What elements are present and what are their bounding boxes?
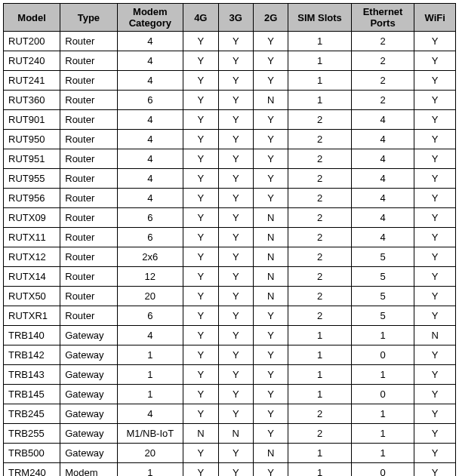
cell-model: RUTX11 xyxy=(4,228,60,247)
cell-3g: Y xyxy=(218,326,253,345)
col-header-ethernet-ports: EthernetPorts xyxy=(351,4,414,32)
cell-3g: Y xyxy=(218,365,253,385)
cell-model: RUT240 xyxy=(4,51,60,71)
cell-modem-category: 4 xyxy=(117,326,183,345)
cell-type: Router xyxy=(60,208,117,228)
cell-ethernet-ports: 0 xyxy=(351,345,414,365)
cell-ethernet-ports: 5 xyxy=(351,267,414,287)
cell-sim-slots: 2 xyxy=(288,306,352,326)
table-row: TRB140Gateway4YYY11N xyxy=(4,326,456,345)
cell-2g: Y xyxy=(253,149,288,169)
cell-4g: Y xyxy=(183,404,218,424)
cell-modem-category: 4 xyxy=(117,130,183,149)
cell-wifi: Y xyxy=(414,189,456,208)
cell-sim-slots: 2 xyxy=(288,228,352,247)
cell-3g: Y xyxy=(218,228,253,247)
table-row: RUTX50Router20YYN25Y xyxy=(4,287,456,306)
table-row: RUT950Router4YYY24Y xyxy=(4,130,456,149)
table-row: RUT955Router4YYY24Y xyxy=(4,169,456,189)
cell-3g: Y xyxy=(218,345,253,365)
cell-sim-slots: 2 xyxy=(288,130,352,149)
cell-3g: Y xyxy=(218,169,253,189)
cell-type: Router xyxy=(60,91,117,110)
table-body: RUT200Router4YYY12YRUT240Router4YYY12YRU… xyxy=(4,32,456,477)
cell-ethernet-ports: 5 xyxy=(351,247,414,267)
cell-ethernet-ports: 2 xyxy=(351,32,414,51)
cell-modem-category: 4 xyxy=(117,404,183,424)
cell-ethernet-ports: 1 xyxy=(351,326,414,345)
cell-sim-slots: 1 xyxy=(288,365,352,385)
cell-3g: Y xyxy=(218,51,253,71)
cell-2g: Y xyxy=(253,32,288,51)
cell-wifi: Y xyxy=(414,91,456,110)
cell-wifi: Y xyxy=(414,208,456,228)
cell-wifi: Y xyxy=(414,110,456,130)
cell-4g: Y xyxy=(183,365,218,385)
cell-3g: Y xyxy=(218,32,253,51)
cell-sim-slots: 2 xyxy=(288,110,352,130)
cell-wifi: Y xyxy=(414,267,456,287)
cell-wifi: Y xyxy=(414,71,456,91)
cell-wifi: Y xyxy=(414,306,456,326)
cell-3g: Y xyxy=(218,130,253,149)
cell-sim-slots: 2 xyxy=(288,189,352,208)
cell-ethernet-ports: 4 xyxy=(351,169,414,189)
col-header-4g: 4G xyxy=(183,4,218,32)
cell-modem-category: 1 xyxy=(117,463,183,477)
cell-model: TRB245 xyxy=(4,404,60,424)
cell-wifi: Y xyxy=(414,169,456,189)
cell-4g: Y xyxy=(183,287,218,306)
cell-model: RUT955 xyxy=(4,169,60,189)
cell-3g: Y xyxy=(218,91,253,110)
cell-model: RUT200 xyxy=(4,32,60,51)
cell-modem-category: 6 xyxy=(117,91,183,110)
cell-3g: Y xyxy=(218,71,253,91)
cell-model: RUTX09 xyxy=(4,208,60,228)
cell-modem-category: M1/NB-IoT xyxy=(117,424,183,444)
cell-2g: Y xyxy=(253,365,288,385)
table-header: ModelTypeModemCategory4G3G2GSIM SlotsEth… xyxy=(4,4,456,32)
cell-model: RUT956 xyxy=(4,189,60,208)
cell-type: Router xyxy=(60,149,117,169)
cell-2g: N xyxy=(253,247,288,267)
cell-2g: N xyxy=(253,287,288,306)
cell-modem-category: 4 xyxy=(117,110,183,130)
cell-wifi: Y xyxy=(414,247,456,267)
cell-4g: Y xyxy=(183,110,218,130)
cell-sim-slots: 1 xyxy=(288,345,352,365)
cell-wifi: Y xyxy=(414,228,456,247)
table-row: RUTX14Router12YYN25Y xyxy=(4,267,456,287)
cell-4g: Y xyxy=(183,247,218,267)
table-row: RUTX11Router6YYN24Y xyxy=(4,228,456,247)
cell-3g: Y xyxy=(218,444,253,463)
cell-4g: Y xyxy=(183,326,218,345)
cell-type: Router xyxy=(60,130,117,149)
cell-ethernet-ports: 4 xyxy=(351,228,414,247)
cell-type: Router xyxy=(60,51,117,71)
table-row: TRB500Gateway20YYN11Y xyxy=(4,444,456,463)
cell-sim-slots: 2 xyxy=(288,424,352,444)
cell-2g: Y xyxy=(253,424,288,444)
table-row: RUT241Router4YYY12Y xyxy=(4,71,456,91)
cell-3g: Y xyxy=(218,404,253,424)
cell-type: Router xyxy=(60,306,117,326)
cell-3g: Y xyxy=(218,208,253,228)
cell-modem-category: 1 xyxy=(117,345,183,365)
cell-4g: Y xyxy=(183,463,218,477)
cell-type: Router xyxy=(60,110,117,130)
cell-4g: Y xyxy=(183,130,218,149)
table-row: TRB255GatewayM1/NB-IoTNNY21Y xyxy=(4,424,456,444)
cell-modem-category: 6 xyxy=(117,228,183,247)
cell-wifi: Y xyxy=(414,130,456,149)
cell-model: TRM240 xyxy=(4,463,60,477)
cell-model: RUT951 xyxy=(4,149,60,169)
cell-4g: Y xyxy=(183,51,218,71)
cell-4g: N xyxy=(183,424,218,444)
cell-wifi: Y xyxy=(414,287,456,306)
cell-3g: Y xyxy=(218,287,253,306)
cell-wifi: Y xyxy=(414,424,456,444)
cell-sim-slots: 1 xyxy=(288,71,352,91)
cell-4g: Y xyxy=(183,208,218,228)
cell-wifi: Y xyxy=(414,345,456,365)
table-row: RUTX12Router2x6YYN25Y xyxy=(4,247,456,267)
